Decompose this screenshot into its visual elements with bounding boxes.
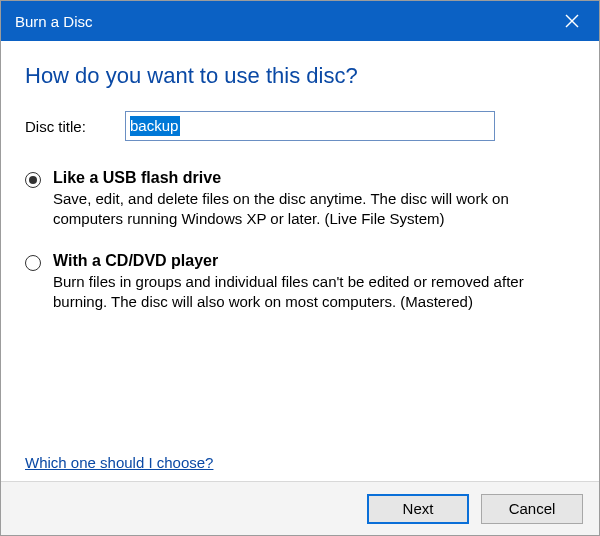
- option-cddvd-title: With a CD/DVD player: [53, 252, 575, 270]
- option-cd-dvd-player[interactable]: With a CD/DVD player Burn files in group…: [25, 252, 575, 313]
- radio-cddvd[interactable]: [25, 255, 41, 271]
- option-cddvd-desc: Burn files in groups and individual file…: [53, 272, 575, 313]
- cancel-button[interactable]: Cancel: [481, 494, 583, 524]
- disc-title-input[interactable]: backup: [125, 111, 495, 141]
- titlebar: Burn a Disc: [1, 1, 599, 41]
- disc-title-label: Disc title:: [25, 118, 125, 135]
- close-button[interactable]: [545, 1, 599, 41]
- next-button[interactable]: Next: [367, 494, 469, 524]
- option-usb-flash-drive[interactable]: Like a USB flash drive Save, edit, and d…: [25, 169, 575, 230]
- help-link[interactable]: Which one should I choose?: [25, 454, 213, 471]
- button-bar: Next Cancel: [1, 481, 599, 535]
- dialog-content: How do you want to use this disc? Disc t…: [1, 41, 599, 481]
- close-icon: [565, 14, 579, 28]
- disc-title-value: backup: [130, 116, 180, 136]
- option-usb-desc: Save, edit, and delete files on the disc…: [53, 189, 575, 230]
- option-usb-title: Like a USB flash drive: [53, 169, 575, 187]
- page-heading: How do you want to use this disc?: [25, 63, 575, 89]
- disc-title-row: Disc title: backup: [25, 111, 575, 141]
- radio-usb[interactable]: [25, 172, 41, 188]
- dialog-window: Burn a Disc How do you want to use this …: [0, 0, 600, 536]
- window-title: Burn a Disc: [15, 13, 545, 30]
